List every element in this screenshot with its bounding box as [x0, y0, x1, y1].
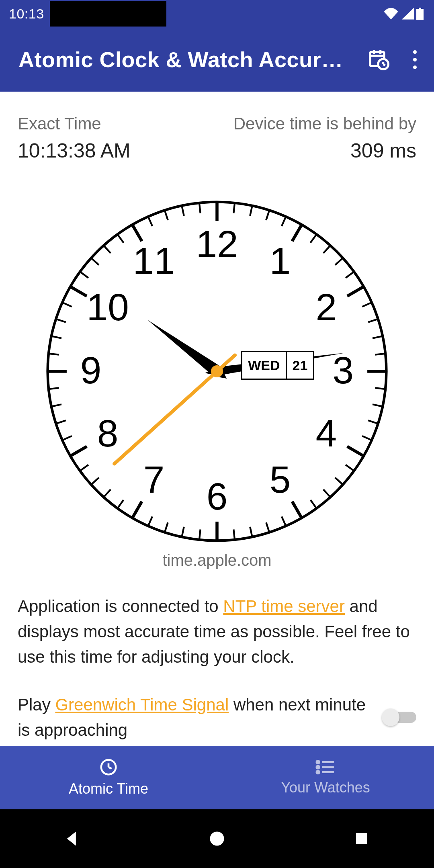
back-icon: [63, 830, 81, 848]
time-server-label: time.apple.com: [162, 551, 271, 569]
svg-point-91: [317, 766, 319, 769]
overflow-menu-button[interactable]: [403, 43, 427, 76]
tab-your-watches[interactable]: Your Watches: [217, 746, 434, 809]
home-icon: [208, 830, 226, 848]
main-content: Exact Time 10:13:38 AM Device time is be…: [0, 92, 434, 746]
svg-text:7: 7: [143, 458, 165, 501]
desc-text-a: Application is connected to: [18, 597, 223, 616]
svg-text:3: 3: [333, 349, 354, 391]
svg-text:8: 8: [97, 412, 119, 454]
more-dot: [413, 58, 417, 61]
date-day: 21: [287, 352, 313, 379]
more-dot: [413, 66, 417, 69]
battery-icon: [416, 8, 424, 20]
analog-clock: 121234567891011 WED 21: [44, 199, 390, 544]
statusbar-right-icons: [383, 8, 424, 20]
statusbar-time: 10:13: [9, 6, 44, 22]
cellular-icon: [401, 8, 414, 20]
date-weekday: WED: [242, 352, 287, 379]
ntp-server-link[interactable]: NTP time server: [223, 597, 345, 616]
svg-text:12: 12: [196, 223, 238, 265]
svg-text:9: 9: [80, 349, 102, 391]
calendar-clock-button[interactable]: [362, 43, 395, 76]
svg-point-93: [317, 771, 319, 774]
greenwich-signal-link[interactable]: Greenwich Time Signal: [55, 695, 229, 714]
tab-atomic-time[interactable]: Atomic Time: [0, 746, 217, 809]
calendar-clock-icon: [367, 48, 390, 71]
svg-line-54: [49, 388, 59, 389]
clock-icon: [99, 758, 118, 776]
time-signal-toggle[interactable]: [382, 708, 416, 726]
svg-text:2: 2: [316, 286, 337, 328]
status-bar: 10:13: [0, 0, 434, 27]
description-text: Application is connected to NTP time ser…: [18, 594, 416, 669]
svg-text:5: 5: [270, 458, 291, 501]
time-signal-text: Play Greenwich Time Signal when next min…: [18, 692, 374, 743]
signal-text-a: Play: [18, 695, 55, 714]
android-home-button[interactable]: [193, 827, 241, 851]
app-bar: Atomic Clock & Watch Accur…: [0, 27, 434, 92]
svg-line-24: [375, 354, 385, 355]
svg-line-8: [383, 64, 385, 66]
svg-rect-96: [356, 833, 367, 844]
recents-icon: [354, 831, 370, 847]
bottom-nav: Atomic Time Your Watches: [0, 746, 434, 809]
svg-line-11: [233, 203, 235, 213]
svg-line-88: [108, 767, 112, 769]
list-icon: [315, 759, 336, 775]
android-back-button[interactable]: [48, 827, 96, 851]
tab-watches-label: Your Watches: [281, 779, 370, 796]
svg-point-89: [317, 761, 319, 764]
svg-text:6: 6: [207, 475, 228, 518]
date-window: WED 21: [241, 351, 314, 380]
app-title: Atomic Clock & Watch Accur…: [18, 47, 362, 72]
android-nav-bar: [0, 809, 434, 868]
svg-text:4: 4: [316, 412, 337, 454]
exact-time-value: 10:13:38 AM: [18, 139, 131, 162]
svg-line-39: [233, 529, 235, 540]
android-recents-button[interactable]: [338, 827, 386, 851]
svg-line-41: [199, 529, 201, 540]
svg-rect-1: [419, 8, 421, 9]
exact-time-label: Exact Time: [18, 114, 131, 133]
svg-text:1: 1: [270, 240, 291, 282]
tab-atomic-label: Atomic Time: [69, 780, 148, 797]
toggle-thumb: [382, 708, 399, 726]
svg-rect-0: [416, 9, 424, 20]
svg-line-56: [49, 354, 59, 355]
offset-label: Device time is behind by: [233, 114, 416, 133]
svg-point-95: [210, 831, 224, 845]
more-dot: [413, 50, 417, 54]
svg-text:10: 10: [87, 286, 129, 328]
svg-point-85: [211, 365, 223, 377]
svg-line-69: [199, 203, 201, 213]
svg-line-26: [375, 388, 385, 389]
wifi-icon: [383, 8, 399, 20]
offset-value: 309 ms: [233, 139, 416, 162]
svg-text:11: 11: [133, 240, 175, 282]
statusbar-redaction: [50, 1, 166, 27]
